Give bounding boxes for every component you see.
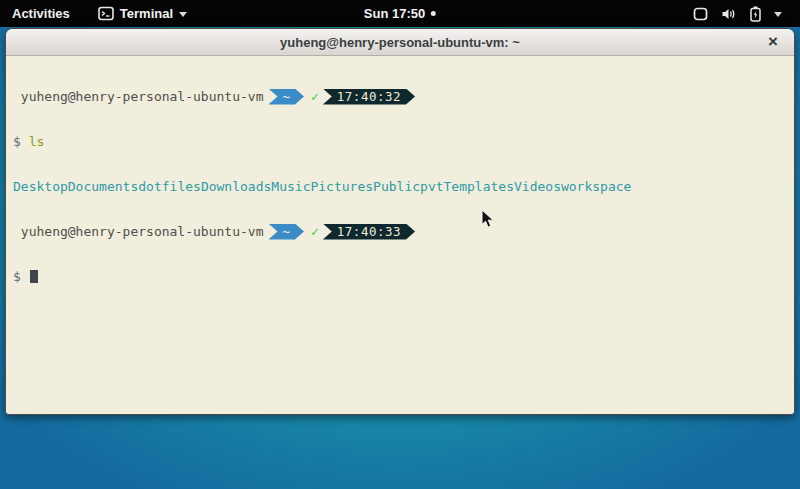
directory-name: Downloads <box>201 179 271 194</box>
check-icon: ✓ <box>311 224 319 239</box>
prompt-dollar: $ <box>13 269 21 284</box>
top-bar: Activities Terminal Sun 17:50 <box>0 0 800 27</box>
directory-name: workspace <box>561 179 631 194</box>
system-status-menu[interactable] <box>683 0 792 27</box>
directory-name: Videos <box>514 179 561 194</box>
directory-name: dotfiles <box>138 179 201 194</box>
directory-name: Public <box>373 179 420 194</box>
powerline-time-segment: 17:40:32 <box>323 89 415 105</box>
directory-name: Templates <box>444 179 514 194</box>
clock-label: Sun 17:50 <box>364 6 425 21</box>
check-icon: ✓ <box>311 89 319 104</box>
battery-charging-icon <box>750 6 761 22</box>
directory-name: Documents <box>68 179 138 194</box>
ls-output-line: Desktop Documents dotfiles Downloads Mus… <box>13 179 787 194</box>
command-text: ls <box>29 134 45 149</box>
activities-label: Activities <box>12 6 70 21</box>
prompt-user-host: yuheng@henry-personal-ubuntu-vm <box>13 224 263 239</box>
directory-name: pvt <box>420 179 443 194</box>
close-button[interactable]: × <box>762 31 784 53</box>
chevron-down-icon <box>179 12 187 17</box>
powerline-path-segment: ~ <box>268 89 304 105</box>
activities-button[interactable]: Activities <box>0 0 82 27</box>
app-menu-label: Terminal <box>120 6 173 21</box>
powerline-time-segment: 17:40:33 <box>323 224 415 240</box>
screen-icon <box>693 7 708 21</box>
directory-name: Pictures <box>310 179 373 194</box>
clock-button[interactable]: Sun 17:50 <box>364 0 436 27</box>
volume-icon <box>721 7 737 21</box>
input-line: $ <box>13 269 787 284</box>
prompt-dollar: $ <box>13 134 21 149</box>
directory-name: Desktop <box>13 179 68 194</box>
terminal-screen[interactable]: yuheng@henry-personal-ubuntu-vm ~ ✓ 17:4… <box>6 56 794 414</box>
text-cursor <box>30 270 38 283</box>
directory-name: Music <box>271 179 310 194</box>
powerline-path-segment: ~ <box>268 224 304 240</box>
terminal-app-icon <box>98 6 114 21</box>
chevron-down-icon <box>774 12 782 17</box>
prompt-line: yuheng@henry-personal-ubuntu-vm ~ ✓ 17:4… <box>13 224 787 239</box>
notification-dot-icon <box>431 11 436 16</box>
command-line: $ ls <box>13 134 787 149</box>
prompt-line: yuheng@henry-personal-ubuntu-vm ~ ✓ 17:4… <box>13 89 787 104</box>
app-menu-terminal[interactable]: Terminal <box>92 0 193 27</box>
window-titlebar[interactable]: yuheng@henry-personal-ubuntu-vm: ~ × <box>6 29 794 56</box>
terminal-window: yuheng@henry-personal-ubuntu-vm: ~ × yuh… <box>5 28 795 415</box>
prompt-user-host: yuheng@henry-personal-ubuntu-vm <box>13 89 263 104</box>
window-title: yuheng@henry-personal-ubuntu-vm: ~ <box>280 35 520 50</box>
